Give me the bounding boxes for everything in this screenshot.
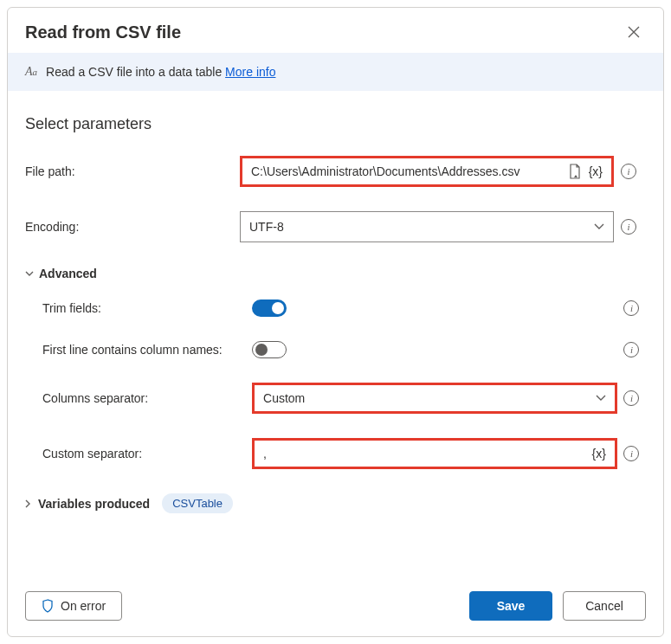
encoding-select[interactable]: UTF-8 xyxy=(240,211,614,242)
close-icon xyxy=(628,26,640,38)
dialog-title: Read from CSV file xyxy=(25,23,181,42)
chevron-down-icon xyxy=(594,223,604,230)
text-style-icon: Aa xyxy=(25,65,37,79)
info-icon[interactable]: i xyxy=(623,300,639,316)
info-icon[interactable]: i xyxy=(621,219,636,235)
trim-fields-field xyxy=(252,299,617,317)
variable-picker-icon[interactable]: {x} xyxy=(589,164,603,178)
variable-picker-icon[interactable]: {x} xyxy=(591,447,605,460)
encoding-field-wrap: UTF-8 xyxy=(240,211,614,242)
dialog: Read from CSV file Aa Read a CSV file in… xyxy=(7,7,664,637)
first-line-field xyxy=(252,341,617,358)
info-icon[interactable]: i xyxy=(623,390,639,406)
row-encoding: Encoding: UTF-8 i xyxy=(25,211,646,242)
dialog-footer: On error Save Cancel xyxy=(8,578,663,636)
titlebar: Read from CSV file xyxy=(8,8,663,53)
label-file-path: File path: xyxy=(25,164,240,178)
info-icon[interactable]: i xyxy=(623,342,639,357)
file-path-field-wrap: C:\Users\Administrator\Documents\Address… xyxy=(240,156,614,187)
row-custom-separator: Custom separator: , {x} i xyxy=(25,438,646,469)
label-first-line: First line contains column names: xyxy=(25,343,252,357)
columns-separator-field-wrap: Custom xyxy=(252,383,617,414)
on-error-button[interactable]: On error xyxy=(25,591,122,621)
first-line-toggle[interactable] xyxy=(252,341,287,358)
info-icon[interactable]: i xyxy=(621,164,636,179)
banner-text: Read a CSV file into a data table More i… xyxy=(46,65,275,79)
row-trim-fields: Trim fields: i xyxy=(25,299,646,317)
variables-produced-expander[interactable]: Variables produced CSVTable xyxy=(25,493,646,513)
section-heading: Select parameters xyxy=(25,115,646,133)
dialog-content: Select parameters File path: C:\Users\Ad… xyxy=(8,91,663,578)
custom-separator-field-wrap: , {x} xyxy=(252,438,617,469)
label-columns-separator: Columns separator: xyxy=(25,391,252,405)
variable-pill[interactable]: CSVTable xyxy=(162,493,233,513)
columns-separator-select[interactable]: Custom xyxy=(255,385,615,411)
row-file-path: File path: C:\Users\Administrator\Docume… xyxy=(25,156,646,187)
label-encoding: Encoding: xyxy=(25,220,240,234)
shield-icon xyxy=(42,599,54,613)
cancel-button[interactable]: Cancel xyxy=(563,591,646,621)
more-info-link[interactable]: More info xyxy=(225,65,275,79)
info-icon[interactable]: i xyxy=(623,446,639,461)
browse-file-icon[interactable] xyxy=(568,164,582,179)
trim-fields-toggle[interactable] xyxy=(252,299,287,317)
info-banner: Aa Read a CSV file into a data table Mor… xyxy=(8,53,663,91)
custom-separator-input[interactable]: , xyxy=(255,441,586,467)
save-button[interactable]: Save xyxy=(469,591,552,621)
file-path-input[interactable]: C:\Users\Administrator\Documents\Address… xyxy=(242,158,563,184)
close-button[interactable] xyxy=(622,20,646,44)
advanced-expander[interactable]: Advanced xyxy=(25,267,646,280)
row-first-line: First line contains column names: i xyxy=(25,341,646,358)
label-trim-fields: Trim fields: xyxy=(25,301,252,315)
chevron-down-icon xyxy=(596,395,606,402)
label-custom-separator: Custom separator: xyxy=(25,447,252,460)
chevron-down-icon xyxy=(25,271,34,277)
row-columns-separator: Columns separator: Custom i xyxy=(25,383,646,414)
chevron-right-icon xyxy=(25,499,31,508)
